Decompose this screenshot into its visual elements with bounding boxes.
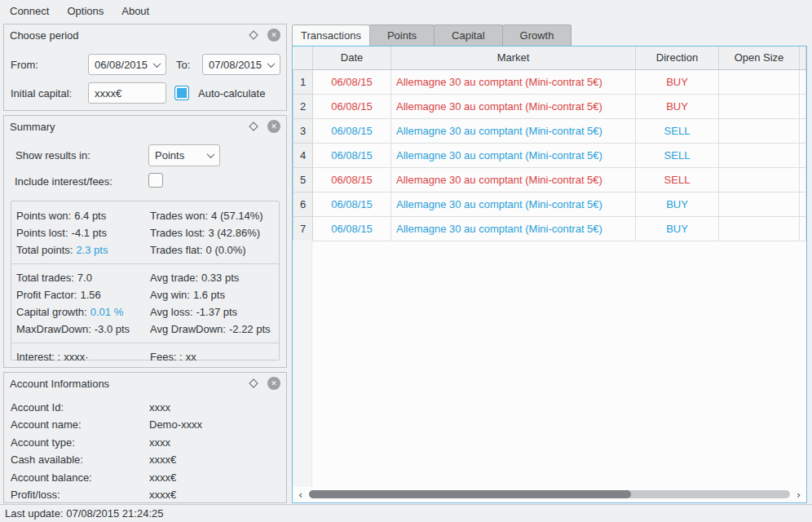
cell-direction[interactable]: BUY [636, 94, 719, 118]
cell-date[interactable]: 06/08/15 [313, 143, 391, 167]
close-panel-icon[interactable]: ✕ [267, 29, 280, 42]
tab[interactable]: Points [369, 24, 435, 46]
tab[interactable]: Growth [502, 24, 572, 46]
stat-value: 1.6 pts [193, 289, 225, 301]
cell-open-size[interactable] [719, 192, 800, 216]
account-row: Account balance: xxxx€ [11, 469, 280, 486]
initial-capital-input[interactable] [88, 82, 166, 104]
stat-value: 0.01 % [90, 306, 123, 318]
stat-row: MaxDrawDown:-3.0 pts Avg DrawDown:-2.22 … [11, 321, 279, 338]
cell-date[interactable]: 06/08/15 [313, 94, 391, 118]
cell-open-size[interactable] [719, 69, 800, 94]
cell-open-size[interactable] [719, 216, 800, 241]
scroll-left-icon[interactable]: ‹ [295, 489, 306, 500]
cell-market[interactable]: Allemagne 30 au comptant (Mini-contrat 5… [391, 94, 636, 118]
stat-value: 2.3 pts [76, 244, 108, 256]
cell-date[interactable]: 06/08/15 [313, 167, 391, 192]
stat-label: Fees: : [150, 351, 183, 363]
stat-row: Total trades:7.0 Avg trade:0.33 pts [11, 263, 279, 286]
stat-value: 7.0 [77, 272, 92, 284]
cell-date[interactable]: 06/08/15 [313, 216, 391, 241]
cell-direction[interactable]: BUY [636, 192, 719, 216]
cell-market[interactable]: Allemagne 30 au comptant (Mini-contrat 5… [391, 69, 636, 94]
column-header-direction[interactable]: Direction [636, 46, 719, 69]
row-number: 5 [293, 167, 313, 192]
account-info-panel: Account Informations ✕ Account Id: xxxx … [3, 372, 287, 503]
account-row: Account type: xxxx [11, 434, 280, 451]
stat-value: -4.1 pts [72, 227, 107, 239]
cell-open-size[interactable] [719, 167, 800, 192]
table-row[interactable]: 4 06/08/15 Allemagne 30 au comptant (Min… [293, 143, 806, 167]
cell-open-size[interactable] [719, 94, 800, 118]
stat-label: Points won: [16, 210, 71, 222]
cell-date[interactable]: 06/08/15 [313, 118, 391, 143]
column-header-market[interactable]: Market [391, 46, 636, 69]
cell-extra [800, 192, 806, 216]
row-number: 6 [293, 192, 313, 216]
table-row[interactable]: 7 06/08/15 Allemagne 30 au comptant (Min… [293, 216, 806, 241]
column-header-open-size[interactable]: Open Size [719, 46, 800, 69]
cell-direction[interactable]: SELL [636, 118, 719, 143]
to-date-select[interactable]: 07/08/2015 [202, 54, 280, 75]
menu-item[interactable]: Connect [1, 1, 58, 21]
menu-item[interactable]: About [113, 1, 158, 21]
cell-market[interactable]: Allemagne 30 au comptant (Mini-contrat 5… [391, 167, 636, 192]
float-panel-icon[interactable] [249, 122, 258, 130]
horizontal-scrollbar[interactable]: ‹ › [295, 489, 804, 500]
table-row[interactable]: 6 06/08/15 Allemagne 30 au comptant (Min… [293, 192, 806, 216]
from-date-select[interactable]: 06/08/2015 [88, 54, 166, 75]
account-field-value: xxxx [149, 434, 170, 451]
cell-open-size[interactable] [719, 118, 800, 143]
cell-date[interactable]: 06/08/15 [313, 69, 391, 94]
scrollbar-track[interactable] [309, 490, 790, 498]
stat-row: Interest: :xxxx· Fees: :xx [11, 343, 279, 365]
stat-left: Points won:6.4 pts [16, 207, 150, 224]
cell-market[interactable]: Allemagne 30 au comptant (Mini-contrat 5… [391, 192, 636, 216]
scrollbar-thumb[interactable] [309, 490, 631, 498]
float-panel-icon[interactable] [249, 30, 258, 39]
table-row[interactable]: 1 06/08/15 Allemagne 30 au comptant (Min… [293, 69, 806, 94]
table-row[interactable]: 5 06/08/15 Allemagne 30 au comptant (Min… [293, 167, 806, 192]
account-field-value: xxxx€ [149, 469, 176, 486]
cell-market[interactable]: Allemagne 30 au comptant (Mini-contrat 5… [391, 216, 636, 241]
table-row[interactable]: 3 06/08/15 Allemagne 30 au comptant (Min… [293, 118, 806, 143]
row-header-strip [293, 241, 312, 487]
stat-left: Total points:2.3 pts [16, 241, 150, 259]
cell-open-size[interactable] [719, 143, 800, 167]
menu-item[interactable]: Options [58, 1, 113, 21]
tab[interactable]: Capital [434, 24, 502, 46]
close-panel-icon[interactable]: ✕ [267, 120, 280, 133]
tab[interactable]: Transactions [292, 24, 370, 46]
stat-right: Trades lost:3 (42.86%) [150, 224, 274, 241]
stat-row: Points won:6.4 pts Trades won:4 (57.14%) [11, 207, 279, 224]
stat-row: Total points:2.3 pts Trades flat:0 (0.0%… [11, 241, 279, 259]
stat-row: Profit Factor:1.56 Avg win:1.6 pts [11, 286, 279, 303]
stat-value: 0 (0.0%) [206, 244, 246, 256]
cell-direction[interactable]: SELL [636, 143, 719, 167]
float-panel-icon[interactable] [249, 378, 258, 387]
cell-date[interactable]: 06/08/15 [313, 192, 391, 216]
account-field-value: Demo-xxxx [149, 416, 202, 433]
table-header-row: Date Market Direction Open Size [293, 46, 806, 69]
cell-market[interactable]: Allemagne 30 au comptant (Mini-contrat 5… [391, 118, 636, 143]
show-results-label: Show results in: [15, 149, 90, 161]
stat-label: Points lost: [16, 227, 68, 239]
cell-direction[interactable]: SELL [636, 167, 719, 192]
cell-extra [800, 143, 806, 167]
cell-market[interactable]: Allemagne 30 au comptant (Mini-contrat 5… [391, 143, 636, 167]
cell-extra [800, 216, 806, 241]
cell-direction[interactable]: BUY [636, 69, 719, 94]
scroll-right-icon[interactable]: › [793, 489, 804, 500]
stat-value: 4 (57.14%) [211, 210, 263, 222]
account-field-label: Cash available: [11, 451, 149, 468]
show-results-value: Points [155, 149, 184, 161]
auto-calculate-checkbox[interactable] [174, 86, 189, 100]
table-row[interactable]: 2 06/08/15 Allemagne 30 au comptant (Min… [293, 94, 806, 118]
stat-value: -3.0 pts [95, 323, 130, 335]
cell-direction[interactable]: BUY [636, 216, 719, 241]
include-fees-checkbox[interactable] [148, 173, 163, 188]
show-results-select[interactable]: Points [148, 144, 220, 166]
row-number: 4 [293, 143, 313, 167]
close-panel-icon[interactable]: ✕ [267, 377, 280, 390]
column-header-date[interactable]: Date [313, 46, 391, 69]
